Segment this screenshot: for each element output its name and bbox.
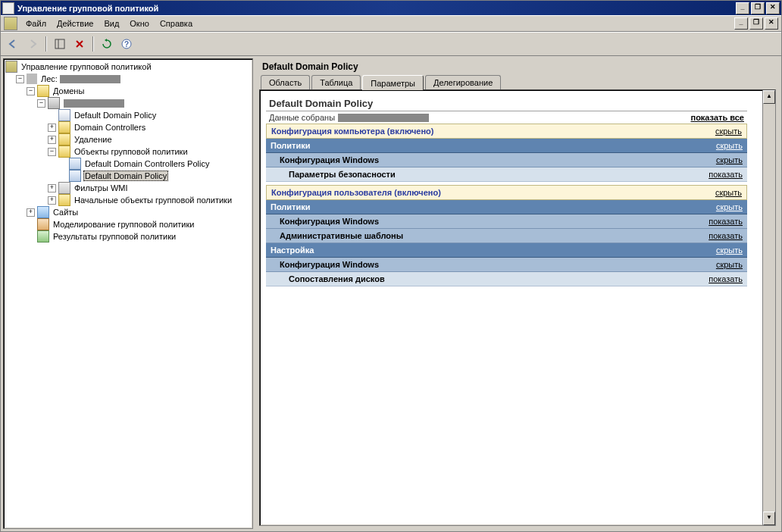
tab-delegation[interactable]: Делегирование bbox=[425, 75, 501, 89]
tree-ddp-link[interactable]: Default Domain Policy bbox=[5, 109, 251, 121]
menu-view[interactable]: Вид bbox=[99, 17, 124, 30]
tree-wmi[interactable]: + Фильтры WMI bbox=[5, 182, 251, 194]
details-title: Default Domain Policy bbox=[269, 98, 373, 109]
show-link[interactable]: показать bbox=[708, 274, 743, 283]
section-windows-config-user[interactable]: Конфигурация Windows показать bbox=[266, 214, 747, 229]
tree-root[interactable]: Управление групповой политикой bbox=[5, 61, 251, 73]
tree-ddcp[interactable]: Default Domain Controllers Policy bbox=[5, 158, 251, 170]
starter-gpo-icon bbox=[58, 194, 70, 206]
console-icon bbox=[4, 17, 17, 30]
expander-icon[interactable]: + bbox=[48, 184, 56, 192]
hide-link[interactable]: скрыть bbox=[716, 155, 743, 164]
details-panel: Default Domain Policy Данные собраны пок… bbox=[259, 89, 776, 526]
show-all-link[interactable]: показать все bbox=[691, 113, 745, 122]
show-link[interactable]: показать bbox=[708, 170, 743, 179]
data-collected-value-redacted bbox=[338, 114, 429, 122]
section-user-config[interactable]: Конфигурация пользователя (включено) скр… bbox=[266, 185, 747, 200]
forest-name-redacted bbox=[60, 75, 120, 83]
gpmc-icon bbox=[5, 61, 17, 73]
section-admin-templates[interactable]: Административные шаблоны показать bbox=[266, 229, 747, 243]
maximize-button[interactable]: ❐ bbox=[751, 2, 765, 14]
wmi-filters-icon bbox=[58, 182, 70, 194]
mdi-minimize-button[interactable]: _ bbox=[734, 17, 748, 30]
hide-link[interactable]: скрыть bbox=[716, 246, 743, 255]
menu-window[interactable]: Окно bbox=[124, 17, 155, 30]
scroll-up-button[interactable]: ▲ bbox=[763, 90, 775, 104]
scroll-track[interactable] bbox=[763, 104, 775, 512]
hide-link[interactable]: скрыть bbox=[715, 188, 742, 197]
menubar: Файл Действие Вид Окно Справка _ ❐ ✕ bbox=[1, 15, 781, 32]
expander-icon[interactable]: − bbox=[16, 75, 24, 83]
section-windows-config-pref[interactable]: Конфигурация Windows скрыть bbox=[266, 258, 747, 272]
svg-rect-0 bbox=[55, 39, 64, 49]
tree-sites[interactable]: + Сайты bbox=[5, 206, 251, 218]
tab-settings[interactable]: Параметры bbox=[362, 75, 424, 90]
section-security-settings[interactable]: Параметры безопасности показать bbox=[266, 167, 747, 182]
refresh-button[interactable] bbox=[98, 35, 116, 53]
hide-link[interactable]: скрыть bbox=[716, 202, 743, 211]
section-computer-config[interactable]: Конфигурация компьютера (включено) скрыт… bbox=[266, 124, 747, 139]
expander-icon[interactable]: + bbox=[48, 196, 56, 205]
forward-button[interactable] bbox=[23, 35, 42, 53]
tree-domain-controllers[interactable]: + Domain Controllers bbox=[5, 121, 251, 133]
ou-icon bbox=[58, 121, 70, 133]
tree-results[interactable]: Результаты групповой политики bbox=[5, 230, 251, 243]
section-policies-user[interactable]: Политики скрыть bbox=[266, 200, 747, 214]
show-hide-console-tree-button[interactable] bbox=[51, 35, 69, 53]
close-button[interactable]: ✕ bbox=[766, 2, 780, 14]
show-link[interactable]: показать bbox=[708, 231, 743, 240]
hide-link[interactable]: скрыть bbox=[716, 260, 743, 269]
expander-icon[interactable]: − bbox=[48, 148, 56, 156]
forest-icon bbox=[27, 74, 37, 84]
expander-icon[interactable]: − bbox=[37, 99, 45, 108]
svg-text:?: ? bbox=[124, 40, 129, 49]
minimize-button[interactable]: _ bbox=[736, 2, 749, 14]
tree-gpo-objects[interactable]: − Объекты групповой политики bbox=[5, 146, 251, 158]
delete-button[interactable] bbox=[70, 35, 89, 53]
expander-icon[interactable]: − bbox=[27, 87, 35, 95]
scroll-down-button[interactable]: ▼ bbox=[763, 512, 775, 525]
tree-ddp-selected[interactable]: Default Domain Policy bbox=[5, 170, 251, 182]
domain-name-redacted bbox=[64, 99, 124, 108]
domain-icon bbox=[48, 97, 60, 109]
main-pane: Default Domain Policy Область Таблица Па… bbox=[256, 58, 779, 529]
tree-deletion[interactable]: + Удаление bbox=[5, 133, 251, 146]
show-link[interactable]: показать bbox=[708, 217, 743, 226]
section-windows-config[interactable]: Конфигурация Windows скрыть bbox=[266, 153, 747, 167]
tab-scope[interactable]: Область bbox=[261, 75, 310, 89]
gpo-container-icon bbox=[58, 146, 70, 158]
titlebar: Управление групповой политикой _ ❐ ✕ bbox=[1, 1, 781, 15]
help-button[interactable]: ? bbox=[117, 35, 136, 53]
results-icon bbox=[37, 230, 49, 243]
menu-file[interactable]: Файл bbox=[20, 17, 52, 30]
vertical-scrollbar[interactable]: ▲ ▼ bbox=[762, 90, 775, 525]
mdi-close-button[interactable]: ✕ bbox=[765, 17, 778, 30]
tree-modeling[interactable]: Моделирование групповой политики bbox=[5, 218, 251, 230]
modeling-icon bbox=[37, 218, 49, 230]
domains-icon bbox=[37, 85, 49, 97]
tree-domain[interactable]: − bbox=[5, 97, 251, 109]
section-policies[interactable]: Политики скрыть bbox=[266, 139, 747, 153]
section-drive-maps[interactable]: Сопоставления дисков показать bbox=[266, 272, 747, 286]
menu-help[interactable]: Справка bbox=[155, 17, 198, 30]
tree-pane[interactable]: Управление групповой политикой − Лес: − … bbox=[3, 58, 253, 529]
expander-icon[interactable]: + bbox=[27, 208, 35, 217]
hide-link[interactable]: скрыть bbox=[715, 127, 742, 136]
section-preferences[interactable]: Настройка скрыть bbox=[266, 243, 747, 258]
back-button[interactable] bbox=[4, 35, 22, 53]
expander-icon[interactable]: + bbox=[48, 136, 56, 144]
gpo-icon bbox=[69, 170, 81, 182]
menu-action[interactable]: Действие bbox=[52, 17, 99, 30]
mdi-restore-button[interactable]: ❐ bbox=[749, 17, 763, 30]
ou-icon bbox=[58, 133, 70, 146]
expander-icon[interactable]: + bbox=[48, 124, 56, 132]
tree-starter[interactable]: + Начальные объекты групповой политики bbox=[5, 194, 251, 206]
hide-link[interactable]: скрыть bbox=[716, 141, 743, 150]
tree-domains[interactable]: − Домены bbox=[5, 85, 251, 97]
app-icon bbox=[2, 2, 14, 14]
tree-forest[interactable]: − Лес: bbox=[5, 73, 251, 85]
window-title: Управление групповой политикой bbox=[17, 4, 158, 13]
tabstrip: Область Таблица Параметры Делегирование bbox=[256, 75, 779, 89]
toolbar: ? bbox=[1, 32, 781, 56]
tab-details[interactable]: Таблица bbox=[311, 75, 361, 89]
